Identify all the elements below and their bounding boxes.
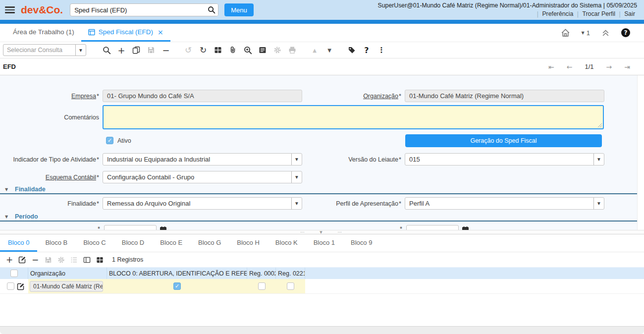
organizacao-label[interactable]: Organização* — [302, 90, 401, 103]
required-marker: * — [98, 226, 100, 230]
previous-record-icon[interactable]: ← — [567, 63, 573, 71]
column-header-organizacao[interactable]: Organização — [28, 268, 107, 279]
next-record-icon[interactable]: → — [606, 63, 612, 71]
detail-record-icon[interactable]: ▼ — [322, 48, 337, 53]
record-log-icon[interactable] — [255, 46, 270, 54]
app-logo: dev&Co. — [21, 4, 63, 16]
organizacao-field: 01-Mundo Café Matriz (Regime Normal) — [405, 90, 604, 102]
chevron-down-icon[interactable]: ▼ — [291, 198, 302, 209]
collapse-section-icon[interactable]: ▼ — [5, 215, 8, 219]
detail-tab-bloco-0[interactable]: Bloco 0 — [0, 234, 37, 252]
menu-button[interactable]: Menu — [224, 3, 254, 16]
last-record-icon[interactable]: ⇥ — [624, 63, 630, 71]
calendar-icon[interactable] — [461, 225, 470, 230]
sair-link[interactable]: Sair — [624, 10, 635, 17]
home-icon[interactable] — [561, 28, 570, 38]
query-selector[interactable]: Selecionar Consulta ▼ — [3, 44, 86, 56]
window-list-dropdown[interactable]: ▼ 1 — [582, 29, 590, 37]
pane-splitter[interactable]: ··· ▼ ··· — [0, 230, 644, 234]
attachment-icon[interactable] — [225, 46, 240, 54]
row-select-checkbox[interactable] — [7, 282, 14, 290]
detail-tab-bloco-d[interactable]: Bloco D — [114, 234, 153, 252]
periodo-final-date-input[interactable] — [406, 225, 459, 230]
grid-toggle-icon[interactable] — [211, 46, 225, 54]
geracao-sped-fiscal-button[interactable]: Geração do Sped Fiscal — [405, 134, 602, 147]
detail-tab-bloco-c[interactable]: Bloco C — [75, 234, 114, 252]
copy-record-icon[interactable] — [129, 46, 144, 54]
trocar-perfil-link[interactable]: Trocar Perfil — [582, 10, 615, 17]
refresh-icon[interactable]: ↻ — [196, 45, 211, 55]
chevron-down-icon[interactable]: ▼ — [75, 45, 86, 56]
organizacao-cell: 01-Mundo Café Matriz (Regi — [28, 279, 107, 293]
zoom-across-icon[interactable] — [240, 46, 255, 55]
reg0002-checkbox[interactable] — [258, 282, 266, 290]
esquema-contabil-select[interactable]: Configuração Contabil - Grupo▼ — [103, 171, 302, 183]
global-search-input[interactable] — [70, 6, 205, 14]
search-icon[interactable] — [205, 4, 218, 16]
window-tabbar: Área de Trabalho (1) Sped Fiscal (EFD) ×… — [0, 24, 644, 42]
table-row[interactable]: 01-Mundo Café Matriz (Regi ✓ — [0, 279, 644, 294]
splitter-collapse-icon[interactable]: ▼ — [320, 230, 322, 234]
detail-tab-bloco-b[interactable]: Bloco B — [37, 234, 75, 252]
grid-view-icon[interactable] — [93, 256, 106, 264]
esquema-contabil-label[interactable]: Esquema Contábil* — [0, 171, 99, 184]
form-panel: Empresa* 01- Grupo Mundo do Café S/A Org… — [0, 75, 644, 230]
edit-row-icon[interactable] — [16, 256, 29, 264]
empresa-label[interactable]: Empresa* — [0, 90, 99, 103]
preferencia-link[interactable]: Preferência — [542, 10, 573, 17]
help-icon[interactable]: ? — [621, 28, 630, 37]
label-tag-icon[interactable] — [344, 46, 359, 54]
perfil-select[interactable]: Perfil A▼ — [405, 197, 604, 210]
finalidade-select[interactable]: Remessa do Arquivo Original▼ — [103, 197, 302, 210]
close-tab-icon[interactable]: × — [158, 28, 163, 36]
new-record-icon[interactable]: + — [114, 45, 129, 56]
resize-handle[interactable] — [597, 122, 602, 127]
edit-row-icon[interactable] — [17, 282, 25, 290]
panel-layout-icon[interactable] — [80, 256, 93, 264]
user-area: SuperUser@01-Mundo Café Matriz (Regime N… — [378, 1, 640, 18]
detail-tab-bloco-k[interactable]: Bloco K — [268, 234, 306, 252]
periodo-inicial-date-input[interactable] — [104, 225, 157, 230]
toolbar-icons: + − ↺ ↻ ▲ ▼ ? ⋮ — [99, 45, 389, 56]
comentarios-textarea[interactable] — [103, 105, 604, 129]
chevron-down-icon[interactable]: ▼ — [291, 171, 302, 183]
collapse-section-icon[interactable]: ▼ — [5, 187, 8, 192]
first-record-icon[interactable]: ⇤ — [548, 63, 554, 71]
add-row-icon[interactable]: + — [3, 255, 16, 265]
column-header-bloco0[interactable]: BLOCO 0: ABERTURA, IDENTIFICAÇÃO E REFER… — [107, 268, 247, 279]
calendar-icon[interactable] — [159, 225, 167, 230]
bloco0-cell: ✓ — [107, 279, 247, 293]
save-icon — [42, 256, 54, 264]
detail-tab-bloco-h[interactable]: Bloco H — [229, 234, 268, 252]
chevron-down-icon[interactable]: ▼ — [291, 154, 302, 165]
detail-tab-bloco-e[interactable]: Bloco E — [152, 234, 190, 252]
detail-tab-bloco-g[interactable]: Bloco G — [190, 234, 229, 252]
bloco0-checkbox[interactable]: ✓ — [173, 282, 181, 290]
ativo-checkbox[interactable]: ✓ — [106, 137, 113, 144]
tab-area-de-trabalho[interactable]: Área de Trabalho (1) — [6, 24, 81, 42]
reg0221-checkbox[interactable] — [287, 282, 294, 290]
tab-sped-fiscal-efd[interactable]: Sped Fiscal (EFD) × — [81, 24, 170, 42]
more-options-icon[interactable]: ⋮ — [374, 46, 389, 55]
help-icon[interactable]: ? — [359, 46, 374, 55]
collapse-header-icon[interactable] — [601, 29, 610, 37]
delete-record-icon[interactable]: − — [159, 45, 173, 56]
vertical-scrollbar[interactable] — [637, 75, 644, 230]
chevron-down-icon[interactable]: ▼ — [593, 198, 604, 209]
detail-tab-bloco-1[interactable]: Bloco 1 — [306, 234, 343, 252]
indicador-select[interactable]: Industrial ou Equiparado a Industrial▼ — [103, 153, 302, 166]
required-marker: * — [97, 157, 99, 162]
chevron-down-icon[interactable]: ▼ — [593, 154, 604, 165]
save-record-icon — [144, 46, 159, 54]
select-all-checkbox[interactable] — [10, 270, 18, 277]
splitter-handle[interactable]: ··· ▼ ··· — [300, 230, 342, 234]
versao-select[interactable]: 015▼ — [405, 153, 604, 166]
find-record-icon[interactable] — [99, 46, 114, 55]
tabbar-right-icons: ▼ 1 ? — [561, 24, 638, 42]
hamburger-menu-icon[interactable] — [5, 6, 15, 13]
detail-tab-bloco-9[interactable]: Bloco 9 — [343, 234, 380, 252]
user-info: SuperUser@01-Mundo Café Matriz (Regime N… — [378, 1, 638, 10]
column-header-reg0002[interactable]: Reg. 0002 — [247, 268, 276, 279]
delete-row-icon[interactable]: − — [29, 255, 42, 265]
column-header-reg0221[interactable]: Reg. 0221 — [276, 268, 305, 279]
